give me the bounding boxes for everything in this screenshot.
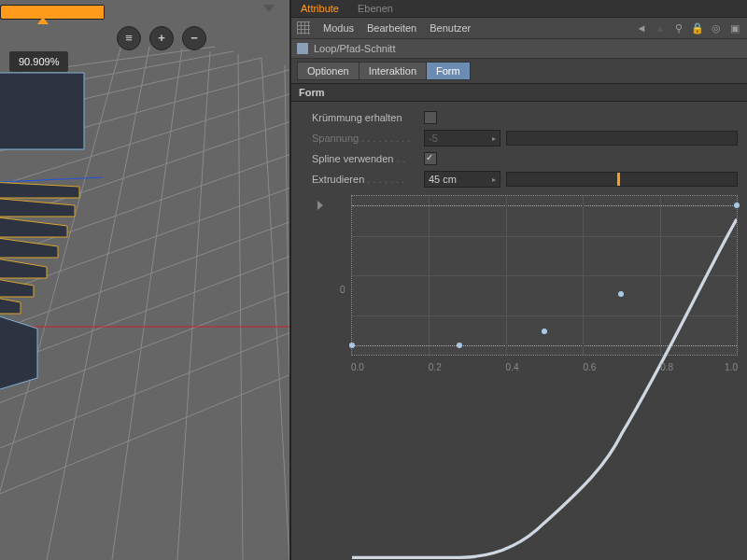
label-spline: Spline verwenden . . bbox=[312, 153, 424, 164]
new-tab-icon[interactable]: ▣ bbox=[728, 21, 741, 35]
expand-icon[interactable] bbox=[317, 201, 323, 210]
svg-marker-28 bbox=[0, 278, 34, 297]
label-extrudieren: Extrudieren . . . . . . . bbox=[312, 174, 424, 185]
svg-marker-29 bbox=[0, 297, 21, 314]
svg-marker-27 bbox=[0, 258, 47, 278]
object-name: Loop/Pfad-Schnitt bbox=[314, 43, 395, 54]
spline-editor[interactable]: 0 0.0 0.2 0.4 0.6 0.8 1.0 bbox=[312, 195, 738, 382]
menu-modus[interactable]: Modus bbox=[323, 22, 354, 34]
timeline-slider[interactable] bbox=[0, 5, 105, 20]
search-icon[interactable]: ⚲ bbox=[672, 21, 685, 35]
subtab-interaktion[interactable]: Interaktion bbox=[359, 62, 427, 80]
y-tick-0: 0 bbox=[340, 285, 345, 295]
input-extrudieren[interactable]: 45 cm▸ bbox=[424, 171, 500, 188]
spline-point[interactable] bbox=[349, 343, 355, 348]
label-spannung: Spannung . . . . . . . . . bbox=[312, 133, 424, 144]
x-tick-2: 0.4 bbox=[506, 362, 519, 372]
checkbox-spline[interactable] bbox=[424, 152, 437, 165]
toolbar-zoom-out-button[interactable]: − bbox=[182, 26, 206, 50]
spline-point[interactable] bbox=[457, 343, 462, 348]
svg-line-16 bbox=[238, 54, 243, 560]
toolbar-zoom-in-button[interactable]: + bbox=[149, 26, 174, 50]
spline-point[interactable] bbox=[618, 291, 624, 297]
dropdown-icon[interactable] bbox=[263, 5, 275, 12]
viewport-topbar: ≡ + − bbox=[0, 0, 289, 56]
svg-marker-26 bbox=[0, 237, 58, 258]
spline-grid[interactable] bbox=[351, 195, 738, 356]
subtab-form[interactable]: Form bbox=[426, 62, 471, 80]
label-kruemmung: Krümmung erhalten bbox=[312, 112, 424, 123]
x-tick-0: 0.0 bbox=[351, 362, 364, 372]
x-tick-4: 0.8 bbox=[660, 362, 673, 372]
svg-marker-23 bbox=[0, 182, 79, 198]
menu-benutzer[interactable]: Benutzer bbox=[430, 22, 471, 34]
svg-marker-22 bbox=[0, 73, 84, 149]
svg-line-18 bbox=[261, 58, 289, 560]
x-tick-1: 0.2 bbox=[429, 362, 442, 372]
attribute-subtabs: Optionen Interaktion Form bbox=[291, 59, 747, 83]
viewport-3d[interactable]: ≡ + − 90.909% bbox=[0, 0, 289, 560]
percent-badge: 90.909% bbox=[9, 51, 68, 72]
svg-marker-24 bbox=[0, 198, 75, 217]
spline-point[interactable] bbox=[542, 329, 547, 334]
slider-spannung bbox=[506, 131, 738, 146]
checkbox-kruemmung[interactable] bbox=[424, 111, 437, 124]
nav-up-icon[interactable]: ▲ bbox=[654, 21, 667, 35]
panel-tabs: Attribute Ebenen bbox=[291, 0, 747, 18]
x-tick-3: 0.6 bbox=[583, 362, 596, 372]
menu-bearbeiten[interactable]: Bearbeiten bbox=[367, 22, 416, 34]
target-icon[interactable]: ◎ bbox=[710, 21, 723, 35]
spline-point[interactable] bbox=[734, 203, 740, 208]
svg-marker-25 bbox=[0, 217, 67, 237]
tab-attribute[interactable]: Attribute bbox=[291, 1, 348, 16]
spline-curve bbox=[352, 196, 737, 560]
panel-menubar: Modus Bearbeiten Benutzer ◄ ▲ ⚲ 🔒 ◎ ▣ bbox=[291, 18, 747, 39]
cube-icon bbox=[297, 43, 308, 54]
lock-icon[interactable]: 🔒 bbox=[691, 21, 704, 35]
viewport-scene bbox=[0, 0, 289, 560]
svg-line-21 bbox=[0, 177, 103, 182]
x-tick-5: 1.0 bbox=[725, 362, 738, 372]
attributes-panel: Attribute Ebenen Modus Bearbeiten Benutz… bbox=[289, 0, 747, 560]
svg-line-14 bbox=[112, 49, 182, 560]
section-header-form: Form bbox=[291, 83, 747, 102]
grid-icon[interactable] bbox=[297, 21, 310, 35]
input-spannung: -5▸ bbox=[424, 130, 500, 147]
nav-back-icon[interactable]: ◄ bbox=[635, 21, 648, 35]
slider-fill bbox=[1, 6, 104, 19]
toolbar-pause-button[interactable]: ≡ bbox=[117, 26, 141, 50]
tab-ebenen[interactable]: Ebenen bbox=[348, 1, 402, 16]
slider-extrudieren[interactable] bbox=[506, 172, 738, 187]
svg-marker-30 bbox=[0, 314, 37, 392]
slider-handle-icon[interactable] bbox=[37, 17, 49, 24]
object-header: Loop/Pfad-Schnitt bbox=[291, 39, 747, 59]
subtab-optionen[interactable]: Optionen bbox=[297, 62, 359, 80]
form-properties: Krümmung erhalten Spannung . . . . . . .… bbox=[291, 102, 747, 382]
